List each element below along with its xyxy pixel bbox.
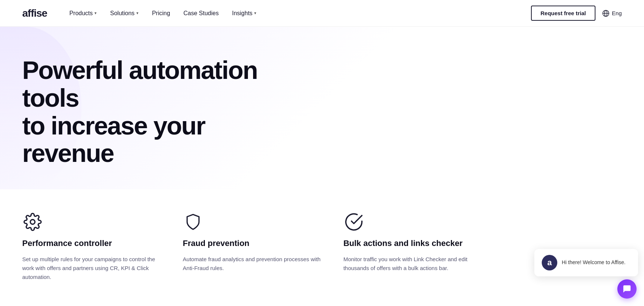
feature-2-title: Fraud prevention <box>183 238 328 249</box>
chevron-down-icon: ▾ <box>136 11 139 16</box>
navbar: affise Products ▾ Solutions ▾ Pricing Ca… <box>0 0 644 27</box>
feature-2-desc: Automate fraud analytics and prevention … <box>183 255 323 273</box>
chevron-down-icon: ▾ <box>94 11 97 16</box>
gear-icon <box>22 212 43 232</box>
features-section: Performance controller Set up multiple r… <box>0 189 511 296</box>
feature-fraud-prevention: Fraud prevention Automate fraud analytic… <box>183 212 328 282</box>
chat-bubble-icon <box>622 284 632 294</box>
nav-pricing[interactable]: Pricing <box>152 10 170 17</box>
nav-solutions[interactable]: Solutions ▾ <box>110 10 139 17</box>
chat-open-button[interactable] <box>617 279 637 296</box>
shield-icon <box>183 212 203 232</box>
globe-icon <box>602 10 610 17</box>
request-trial-button[interactable]: Request free trial <box>531 6 596 21</box>
feature-1-desc: Set up multiple rules for your campaigns… <box>22 255 163 282</box>
nav-case-studies[interactable]: Case Studies <box>183 10 219 17</box>
svg-point-3 <box>30 220 35 224</box>
feature-performance-controller: Performance controller Set up multiple r… <box>22 212 168 282</box>
nav-links: Products ▾ Solutions ▾ Pricing Case Stud… <box>69 10 531 17</box>
logo[interactable]: affise <box>22 7 47 19</box>
check-circle-icon <box>343 212 364 232</box>
feature-3-desc: Monitor traffic you work with Link Check… <box>343 255 484 273</box>
nav-actions: Request free trial Eng <box>531 6 622 21</box>
feature-bulk-actions: Bulk actions and links checker Monitor t… <box>343 212 489 282</box>
feature-3-title: Bulk actions and links checker <box>343 238 489 249</box>
chevron-down-icon: ▾ <box>254 11 256 16</box>
hero-title: Powerful automation tools to increase yo… <box>22 56 282 167</box>
nav-insights[interactable]: Insights ▾ <box>232 10 256 17</box>
nav-products[interactable]: Products ▾ <box>69 10 97 17</box>
chat-avatar: a <box>542 255 557 270</box>
hero-section: Powerful automation tools to increase yo… <box>0 27 644 189</box>
feature-1-title: Performance controller <box>22 238 168 249</box>
language-selector[interactable]: Eng <box>602 10 622 17</box>
chat-greeting: Hi there! Welcome to Affise. <box>562 259 625 266</box>
chat-widget[interactable]: a Hi there! Welcome to Affise. <box>534 249 638 276</box>
